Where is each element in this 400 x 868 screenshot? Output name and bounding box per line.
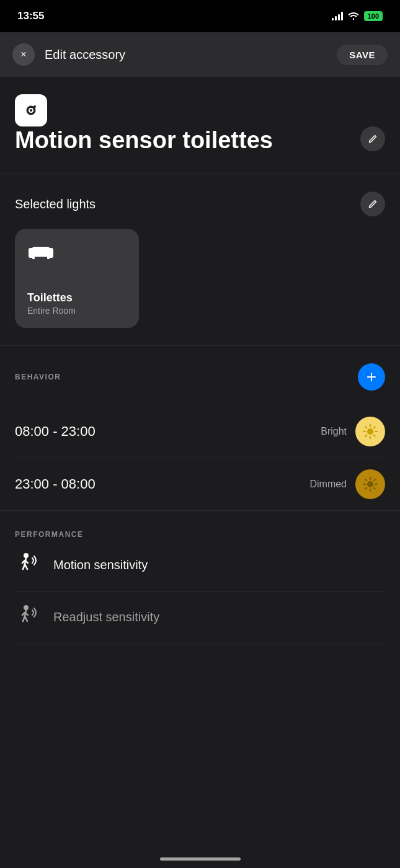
svg-line-19 <box>365 435 367 436</box>
svg-rect-9 <box>32 257 35 259</box>
behavior-time-1: 08:00 - 23:00 <box>15 423 96 440</box>
motion-sensitivity-row[interactable]: Motion sensitivity <box>15 539 385 591</box>
device-name-row: Motion sensor toilettes <box>15 126 385 154</box>
performance-section: PERFORMANCE Motion sensitivity <box>0 511 400 644</box>
room-card-icon <box>27 241 127 264</box>
behavior-time-2: 23:00 - 08:00 <box>15 476 96 492</box>
status-bar: 13:55 100 <box>0 0 400 32</box>
svg-line-17 <box>374 435 375 436</box>
page-title: Edit accessory <box>45 48 327 62</box>
svg-line-34 <box>25 564 27 569</box>
performance-label: PERFORMANCE <box>15 530 84 539</box>
lights-header-row: Selected lights <box>15 192 385 216</box>
svg-point-11 <box>367 428 373 435</box>
main-content: Motion sensor toilettes Selected lights <box>0 77 400 868</box>
behavior-row[interactable]: 23:00 - 08:00 Dimmed <box>15 458 385 510</box>
svg-line-27 <box>374 479 375 480</box>
motion-sensitivity-icon <box>15 552 42 578</box>
battery-icon: 100 <box>364 11 383 21</box>
brightness-dimmed-icon <box>355 469 385 499</box>
behavior-right-1: Bright <box>321 417 385 446</box>
device-name: Motion sensor toilettes <box>15 128 273 154</box>
header: × Edit accessory SAVE <box>0 32 400 77</box>
wifi-icon <box>348 11 359 22</box>
svg-line-40 <box>25 616 27 621</box>
svg-point-4 <box>33 105 36 108</box>
readjust-sensitivity-row[interactable]: Readjust sensitivity <box>15 591 385 644</box>
readjust-sensitivity-label: Readjust sensitivity <box>53 610 159 624</box>
edit-name-button[interactable] <box>360 126 385 151</box>
readjust-sensitivity-icon <box>15 604 42 631</box>
behavior-header-row: BEHAVIOR + <box>15 363 385 391</box>
close-button[interactable]: × <box>12 43 35 66</box>
behavior-label: BEHAVIOR <box>15 373 61 381</box>
svg-line-25 <box>365 479 367 480</box>
svg-point-20 <box>367 481 373 487</box>
edit-lights-button[interactable] <box>360 192 385 216</box>
close-icon: × <box>20 49 26 60</box>
behavior-right-2: Dimmed <box>309 469 385 499</box>
plus-icon: + <box>367 368 376 386</box>
signal-icon <box>332 12 343 20</box>
svg-point-3 <box>30 109 32 112</box>
behavior-mode-1: Bright <box>321 426 347 437</box>
behavior-mode-2: Dimmed <box>309 479 347 490</box>
behavior-section: BEHAVIOR + 08:00 - 23:00 Bright <box>0 346 400 511</box>
device-icon <box>15 94 47 126</box>
room-card[interactable]: Toilettes Entire Room <box>15 229 139 328</box>
home-indicator <box>160 857 241 861</box>
room-card-text: Toilettes Entire Room <box>27 291 127 316</box>
lights-section-label: Selected lights <box>15 197 96 211</box>
lights-section: Selected lights Toi <box>0 174 400 346</box>
status-time: 13:55 <box>17 10 44 22</box>
motion-sensitivity-label: Motion sensitivity <box>53 558 148 572</box>
svg-line-18 <box>374 427 375 428</box>
svg-rect-8 <box>32 247 50 252</box>
add-behavior-button[interactable]: + <box>358 363 385 391</box>
svg-line-26 <box>374 488 375 489</box>
save-button[interactable]: SAVE <box>337 45 388 65</box>
svg-rect-10 <box>47 257 50 259</box>
status-icons: 100 <box>332 11 383 22</box>
device-section: Motion sensor toilettes <box>0 77 400 174</box>
behavior-row[interactable]: 08:00 - 23:00 Bright <box>15 405 385 458</box>
svg-line-28 <box>365 488 367 489</box>
svg-line-16 <box>365 427 367 428</box>
room-card-sub: Entire Room <box>27 306 127 316</box>
brightness-bright-icon <box>355 417 385 446</box>
room-card-name: Toilettes <box>27 291 127 304</box>
